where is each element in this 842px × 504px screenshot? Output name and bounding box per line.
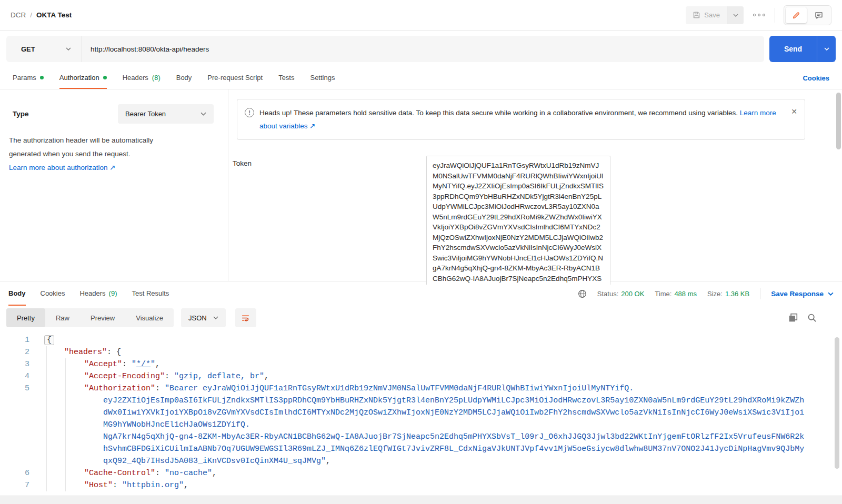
save-options-button[interactable] [727,6,744,24]
save-button[interactable]: Save [686,6,727,24]
dot-icon [763,14,765,16]
method-selector[interactable]: GET [6,45,82,53]
view-mode-tabs: PrettyRawPreviewVisualize [6,308,174,327]
code-line: 4"Accept-Encoding": "gzip, deflate, br", [0,370,842,382]
send-split-button: Send [769,36,836,62]
code-line: 2"headers": { [0,346,842,358]
status-dot-icon [40,76,44,79]
response-toolbar: PrettyRawPreviewVisualize JSON [0,306,842,330]
comments-button[interactable] [808,7,829,23]
code-token: : [165,372,174,381]
edit-mode-button[interactable] [786,7,807,23]
request-tab-pre-request-script[interactable]: Pre-request Script [207,67,263,89]
tab-label: Test Results [132,289,169,297]
code-token: { [44,335,54,345]
code-token: , [264,372,269,381]
save-split-button: Save [686,6,744,24]
code-text: eyJ2ZXIiOjEsImp0aSI6IkFULjZndkxSMTlIS3pp… [29,395,804,407]
size-value: 1.36 KB [725,290,749,298]
wrap-text-button[interactable] [235,308,256,327]
request-tab-params[interactable]: Params [13,67,44,89]
chevron-down-icon [824,47,829,51]
save-response-button[interactable]: Save Response [771,290,834,298]
url-box: GET http://localhost:8080/okta-api/heade… [6,36,764,62]
pencil-icon [792,11,800,19]
response-header: BodyCookiesHeaders(9)Test Results Status… [0,281,842,306]
response-tab-headers[interactable]: Headers(9) [79,281,117,306]
request-tabs: ParamsAuthorizationHeaders(8)BodyPre-req… [13,67,335,89]
code-text: NgA7krN4g5qXhjQ-gn4-8ZKM-MbyAc3ER-RbyACN… [29,431,804,443]
send-button[interactable]: Send [769,36,817,62]
close-icon[interactable]: ✕ [791,105,797,118]
line-number [0,419,29,431]
status-dot-icon [103,76,107,79]
request-tabs-bar: ParamsAuthorizationHeaders(8)BodyPre-req… [0,67,842,89]
request-tab-settings[interactable]: Settings [310,67,335,89]
tab-label: Body [8,289,26,297]
banner-text: Heads up! These parameters hold sensitiv… [259,106,781,133]
token-input[interactable]: eyJraWQiOiJjQUF1a1RnTGsyRWtxU1dRb19zNmVJ… [426,156,610,285]
code-line: 1{ [0,334,842,346]
request-tab-tests[interactable]: Tests [278,67,294,89]
time-readout: Time: 488 ms [655,290,697,298]
request-tab-headers[interactable]: Headers(8) [123,67,161,89]
code-text: "headers": { [29,346,121,358]
code-line: 5"Authorization": "Bearer eyJraWQiOiJjQU… [0,382,842,395]
banner-message: Heads up! These parameters hold sensitiv… [259,109,740,117]
globe-icon [578,289,587,298]
top-bar-actions: Save [686,5,831,25]
view-tab-preview[interactable]: Preview [80,308,125,327]
page-scrollbar[interactable] [836,93,841,149]
code-token: , [326,457,330,466]
code-line: 7"Host": "httpbin.org", [0,479,842,491]
auth-type-select[interactable]: Bearer Token [118,104,214,124]
code-line: MG9hYWNobHJncEl1cHJaOWs1ZDYifQ. [0,419,842,431]
learn-more-authorization-link[interactable]: Learn more about authorization ↗ [9,164,116,172]
code-token: : [107,348,116,357]
save-response-label: Save Response [771,290,824,298]
tab-label: Cookies [41,289,65,297]
code-token: "httpbin.org" [122,481,184,490]
more-options-button[interactable] [752,11,766,19]
comment-icon [815,11,823,19]
breadcrumb-parent[interactable]: DCR [11,11,26,19]
tab-label: Body [176,74,192,82]
url-input[interactable]: http://localhost:8080/okta-api/headers [82,45,209,53]
line-number: 7 [0,479,29,491]
code-token: , [155,360,160,369]
code-lines: 1{2"headers": {3"Accept": "*/*",4"Accept… [0,334,842,491]
save-button-label: Save [704,11,720,19]
format-select[interactable]: JSON [181,308,226,327]
view-tab-visualize[interactable]: Visualize [125,308,174,327]
code-token: qxQ92_4Qb7IHsdJ5A083_iKnVCDsv0IcQinXM4U_… [103,457,326,466]
response-scrollbar[interactable] [835,337,839,469]
code-token: : [113,481,122,490]
request-tab-body[interactable]: Body [176,67,192,89]
cookies-link[interactable]: Cookies [803,74,829,82]
view-tab-pretty[interactable]: Pretty [6,308,45,327]
send-options-button[interactable] [817,36,836,62]
request-tab-authorization[interactable]: Authorization [59,67,107,89]
top-bar: DCR / OKTA Test Save [0,0,842,31]
breadcrumb-current: OKTA Test [36,11,72,19]
copy-icon[interactable] [788,313,798,322]
indent-guide [46,346,47,491]
tab-count: (8) [152,74,161,82]
code-token: dWx0IiwiYXVkIjoiYXBpOi8vZGVmYXVsdCIsImlh… [103,408,804,417]
code-token: "Bearer eyJraWQiOiJjQUF1a1RnTGsyRWtxU1dR… [165,384,634,393]
code-token: eyJ2ZXIiOjEsImp0aSI6IkFULjZndkxSMTlIS3pp… [103,396,804,405]
response-tab-cookies[interactable]: Cookies [41,281,65,306]
breadcrumb-separator: / [30,11,32,19]
code-token: MG9hYWNobHJncEl1cHJaOWs1ZDYifQ. [103,420,250,429]
code-line: dWx0IiwiYXVkIjoiYXBpOi8vZGVmYXVsdCIsImlh… [0,407,842,419]
line-number: 4 [0,370,29,382]
code-token: "Accept" [84,360,122,369]
auth-description-line2: generated when you send the request. [9,150,130,158]
search-icon[interactable] [807,313,817,322]
save-icon [693,11,700,19]
response-tab-body[interactable]: Body [8,281,26,306]
view-tab-raw[interactable]: Raw [45,308,80,327]
horizontal-scrollbar[interactable] [0,496,842,504]
response-tab-test-results[interactable]: Test Results [132,281,169,306]
code-line: 6"Cache-Control": "no-cache", [0,467,842,479]
